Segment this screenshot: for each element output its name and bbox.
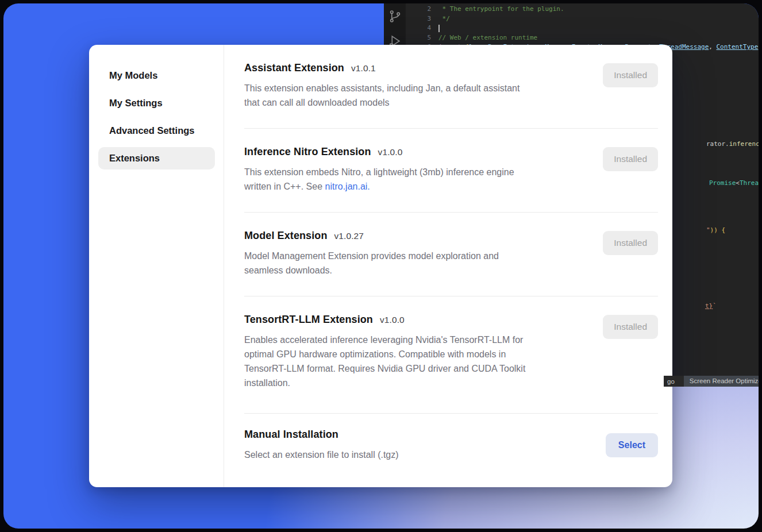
extension-row: Assistant Extensionv1.0.1 This extension… xyxy=(244,45,658,129)
extension-description: Model Management Extension provides mode… xyxy=(244,249,591,277)
extension-title: TensortRT-LLM Extensionv1.0.0 xyxy=(244,314,591,326)
line-number: 4 xyxy=(406,24,438,33)
description-line: installation. xyxy=(244,376,591,390)
text-cursor xyxy=(438,25,440,32)
line-number: 3 xyxy=(406,14,438,24)
manual-installation-title: Manual Installation xyxy=(244,429,594,441)
extension-row: Model Extensionv1.0.27 Model Management … xyxy=(244,213,658,296)
nitro-jan-ai-link[interactable]: nitro.jan.ai. xyxy=(325,182,370,191)
description-line: seamless downloads. xyxy=(244,263,591,277)
code-fragment: Promise<ThreadMessage> xyxy=(679,171,759,195)
code-text: * The entrypoint for the plugin. xyxy=(438,5,564,14)
code-fragment: t}` xyxy=(675,294,717,318)
settings-sidebar: My Models My Settings Advanced Settings … xyxy=(89,45,224,487)
description-line: optimal GPU hardware optimizations. Comp… xyxy=(244,347,591,361)
description-line: Enables accelerated inference leveraging… xyxy=(244,333,591,347)
description-line: This extension embeds Nitro, a lightweig… xyxy=(244,165,591,179)
extensions-list: Assistant Extensionv1.0.1 This extension… xyxy=(224,45,672,487)
editor-status-bar: go Screen Reader Optimized xyxy=(664,376,759,387)
code-text: ` xyxy=(713,302,717,310)
manual-installation-description: Select an extension file to install (.tg… xyxy=(244,448,594,462)
code-text: // Web / extension runtime xyxy=(438,33,537,43)
installed-button[interactable]: Installed xyxy=(603,63,658,87)
extension-row: TensortRT-LLM Extensionv1.0.0 Enables ac… xyxy=(244,296,658,414)
code-text: */ xyxy=(438,14,450,24)
extension-description: This extension embeds Nitro, a lightweig… xyxy=(244,165,591,194)
code-line: 4 xyxy=(406,24,759,33)
sidebar-item-advanced-settings[interactable]: Advanced Settings xyxy=(98,119,215,142)
code-text: ContentType xyxy=(717,43,759,52)
code-text: < xyxy=(736,179,740,187)
extension-name: Model Extension xyxy=(244,230,328,241)
code-text: , xyxy=(709,43,716,52)
code-text: inference xyxy=(729,140,759,148)
code-line: 5// Web / extension runtime xyxy=(406,33,759,43)
extension-title: Model Extensionv1.0.27 xyxy=(244,230,591,242)
source-control-icon[interactable] xyxy=(388,9,402,24)
installed-button[interactable]: Installed xyxy=(603,231,658,255)
description-text: written in C++. See xyxy=(244,182,325,191)
extension-description: This extension enables assistants, inclu… xyxy=(244,81,591,110)
code-fragment: ")) { xyxy=(676,218,725,242)
extension-version: v1.0.1 xyxy=(351,63,376,73)
line-number: 5 xyxy=(406,33,438,43)
manual-installation-row: Manual Installation Select an extension … xyxy=(244,414,658,476)
sidebar-item-extensions[interactable]: Extensions xyxy=(98,147,215,169)
code-fragment: rator.inference(data)); xyxy=(676,132,759,156)
extension-version: v1.0.0 xyxy=(378,147,403,157)
extension-row: Inference Nitro Extensionv1.0.0 This ext… xyxy=(244,129,658,213)
description-line: that can call all downloaded models xyxy=(244,95,591,110)
hero-scene: 2 * The entrypoint for the plugin. 3 */ … xyxy=(3,3,759,529)
sidebar-item-my-models[interactable]: My Models xyxy=(98,64,215,87)
extension-title: Assistant Extensionv1.0.1 xyxy=(244,62,591,74)
extension-description: Enables accelerated inference leveraging… xyxy=(244,333,591,390)
extension-version: v1.0.27 xyxy=(334,231,364,241)
extension-version: v1.0.0 xyxy=(380,315,405,325)
code-text: rator. xyxy=(706,140,729,148)
description-line: Model Management Extension provides mode… xyxy=(244,249,591,263)
code-text: Promise xyxy=(709,179,736,187)
desktop-background: 2 * The entrypoint for the plugin. 3 */ … xyxy=(0,0,762,532)
extension-name: TensortRT-LLM Extension xyxy=(244,314,373,325)
description-line: written in C++. See nitro.jan.ai. xyxy=(244,179,591,194)
code-text: ThreadMessage xyxy=(740,179,759,187)
code-text: )) { xyxy=(710,226,726,234)
select-file-button[interactable]: Select xyxy=(606,433,658,457)
code-line: 3 */ xyxy=(406,14,759,24)
sidebar-item-my-settings[interactable]: My Settings xyxy=(98,92,215,114)
description-line: This extension enables assistants, inclu… xyxy=(244,81,591,95)
description-line: TensorRT-LLM format. Requires Nvidia GPU… xyxy=(244,361,591,376)
code-line: 2 * The entrypoint for the plugin. xyxy=(406,5,759,14)
extension-name: Inference Nitro Extension xyxy=(244,146,371,157)
extension-title: Inference Nitro Extensionv1.0.0 xyxy=(244,146,591,158)
status-timestamp-fragment: go xyxy=(664,378,675,385)
code-text: t} xyxy=(705,302,713,310)
code-text: " xyxy=(706,226,710,234)
description-line: Select an extension file to install (.tg… xyxy=(244,448,594,462)
installed-button[interactable]: Installed xyxy=(603,315,658,339)
screen-reader-status[interactable]: Screen Reader Optimized xyxy=(684,376,759,387)
settings-panel: My Models My Settings Advanced Settings … xyxy=(89,45,672,487)
line-number: 2 xyxy=(406,5,438,14)
extension-name: Assistant Extension xyxy=(244,62,344,74)
installed-button[interactable]: Installed xyxy=(603,147,658,171)
